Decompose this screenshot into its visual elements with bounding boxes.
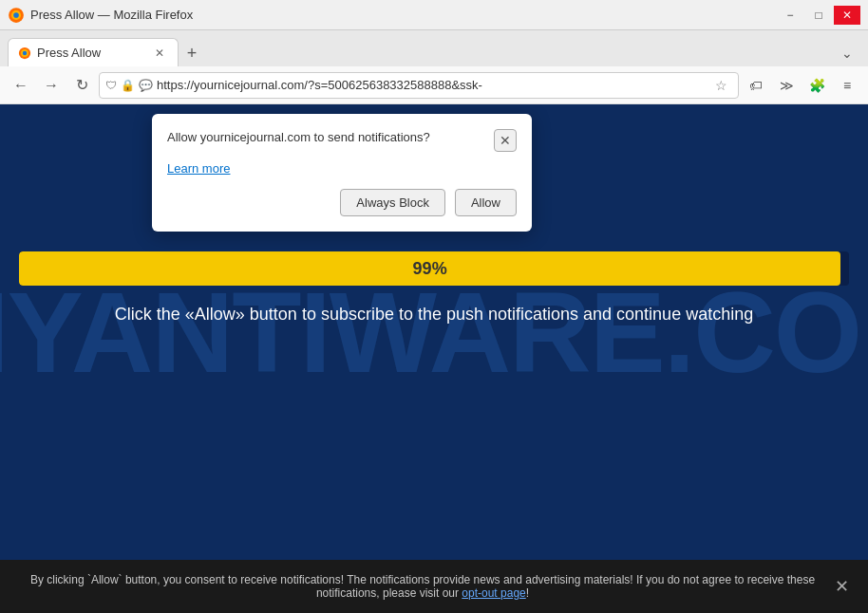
title-bar: Press Allow — Mozilla Firefox − □ ✕: [0, 0, 868, 30]
tab-bar: Press Allow ✕ + ⌄: [0, 30, 868, 66]
active-tab[interactable]: Press Allow ✕: [8, 38, 179, 66]
save-to-pocket-button[interactable]: 🏷: [743, 72, 769, 99]
title-bar-left: Press Allow — Mozilla Firefox: [8, 7, 193, 24]
bottom-bar-close-button[interactable]: ✕: [830, 575, 853, 598]
progress-percent: 99%: [413, 259, 447, 279]
window-close-button[interactable]: ✕: [834, 6, 860, 25]
firefox-icon: [8, 7, 25, 24]
allow-button[interactable]: Allow: [455, 189, 517, 216]
menu-button[interactable]: ≡: [834, 72, 860, 99]
new-tab-button[interactable]: +: [179, 40, 205, 66]
minimize-button[interactable]: −: [777, 6, 803, 25]
svg-point-2: [13, 12, 19, 18]
learn-more-link[interactable]: Learn more: [167, 161, 517, 176]
show-tabs-button[interactable]: ⌄: [834, 40, 860, 66]
reload-button[interactable]: ↻: [68, 72, 95, 99]
forward-button[interactable]: →: [38, 72, 65, 99]
popup-header: Allow yournicejournal.com to send notifi…: [167, 129, 517, 152]
popup-title: Allow yournicejournal.com to send notifi…: [167, 129, 494, 146]
tab-close-button[interactable]: ✕: [151, 45, 168, 62]
window-title: Press Allow — Mozilla Firefox: [30, 8, 193, 22]
tab-label: Press Allow: [37, 46, 101, 60]
tab-favicon: [18, 46, 31, 60]
opt-out-link[interactable]: opt-out page: [462, 586, 525, 600]
tab-right: ⌄: [834, 40, 860, 66]
shield-icon: 🛡: [105, 79, 117, 92]
progress-bar-fill: 99%: [19, 251, 840, 286]
url-text: https://yournicejournal.com/?s=500625638…: [157, 78, 706, 92]
notification-icon: 💬: [139, 79, 153, 92]
lock-icon: 🔒: [121, 79, 135, 92]
nav-right-icons: 🏷 ≫ 🧩 ≡: [743, 72, 860, 99]
bookmark-button[interactable]: ☆: [709, 74, 732, 97]
progress-bar-container: 99%: [19, 251, 849, 286]
progress-label: Click the «Allow» button to subscribe to…: [19, 305, 849, 325]
back-button[interactable]: ←: [8, 72, 34, 99]
always-block-button[interactable]: Always Block: [340, 189, 445, 216]
popup-buttons: Always Block Allow: [167, 189, 517, 216]
bottom-bar-text: By clicking `Allow` button, you consent …: [15, 573, 830, 600]
navigation-bar: ← → ↻ 🛡 🔒 💬 https://yournicejournal.com/…: [0, 66, 868, 104]
notification-popup: Allow yournicejournal.com to send notifi…: [152, 114, 532, 232]
title-bar-controls: − □ ✕: [777, 6, 860, 25]
svg-point-5: [23, 50, 27, 54]
maximize-button[interactable]: □: [805, 6, 832, 25]
address-bar[interactable]: 🛡 🔒 💬 https://yournicejournal.com/?s=500…: [99, 72, 739, 99]
extensions-overflow-button[interactable]: ≫: [773, 72, 800, 99]
popup-close-button[interactable]: ✕: [494, 129, 517, 152]
extensions-button[interactable]: 🧩: [803, 72, 830, 99]
content-area: MYANTIWARE.COM Allow yournicejournal.com…: [0, 104, 868, 560]
progress-section: 99% Click the «Allow» button to subscrib…: [19, 251, 849, 325]
bottom-notification-bar: By clicking `Allow` button, you consent …: [0, 560, 868, 613]
